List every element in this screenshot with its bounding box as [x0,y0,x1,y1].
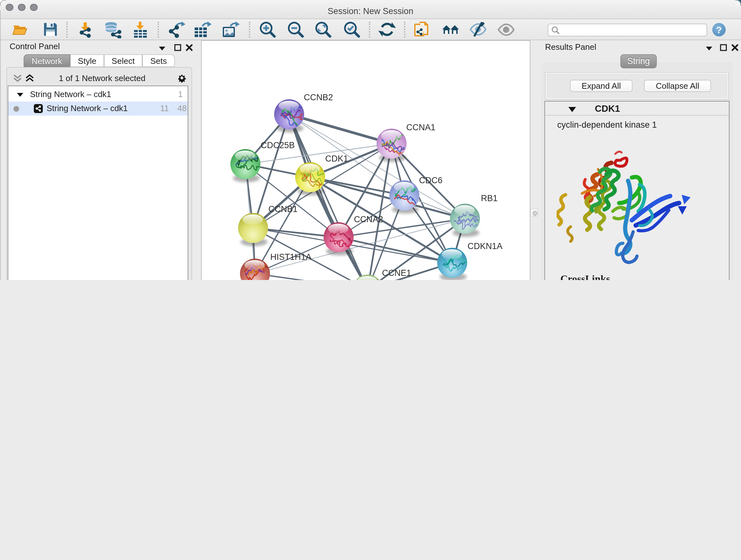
svg-text:CDKN1A: CDKN1A [467,241,502,251]
svg-text:CCNE1: CCNE1 [382,268,411,278]
svg-text:CDC25B: CDC25B [260,140,294,150]
svg-text:CDK1: CDK1 [325,154,348,164]
svg-text:CCNA2: CCNA2 [354,214,383,224]
svg-text:CDC6: CDC6 [419,176,442,185]
svg-text:CCNB1: CCNB1 [268,204,297,214]
svg-text:CCNA1: CCNA1 [406,123,435,132]
svg-text:HIST1H1A: HIST1H1A [270,252,311,262]
svg-text:CCNB2: CCNB2 [304,92,333,102]
svg-text:RB1: RB1 [481,193,497,203]
